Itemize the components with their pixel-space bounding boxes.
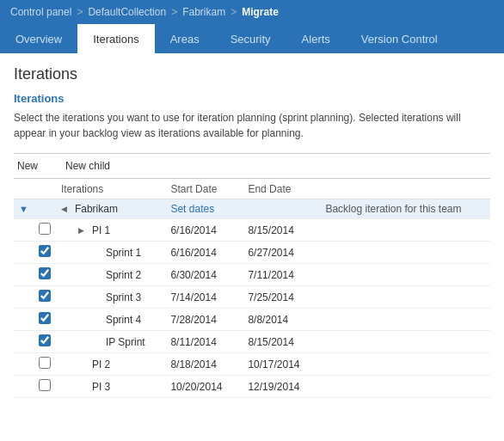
th-backlog bbox=[320, 179, 490, 199]
tab-iterations[interactable]: Iterations bbox=[77, 24, 154, 53]
check-cell-pi2 bbox=[34, 353, 56, 376]
name-cell-pi3: PI 3 bbox=[56, 376, 166, 398]
fabrikam-expand-arrow[interactable]: ▼ bbox=[19, 204, 28, 214]
table-row-ip-sprint: IP Sprint8/11/20148/15/2014 bbox=[14, 331, 490, 353]
tab-areas[interactable]: Areas bbox=[155, 24, 215, 53]
checkbox-sprint2[interactable] bbox=[39, 267, 51, 279]
checkbox-ip-sprint[interactable] bbox=[39, 334, 51, 346]
breadcrumb-sep1: > bbox=[77, 6, 83, 18]
iterations-table: Iterations Start Date End Date ▼ ◀ Fabri… bbox=[14, 179, 490, 398]
backlog-iteration-label: Backlog iteration for this team bbox=[320, 199, 490, 219]
page-title: Iterations bbox=[14, 65, 490, 83]
breadcrumb-project[interactable]: Fabrikam bbox=[182, 6, 225, 18]
fabrikam-arrow-cell: ▼ bbox=[14, 199, 34, 219]
arrow-cell-sprint4 bbox=[14, 309, 34, 331]
checkbox-sprint3[interactable] bbox=[39, 290, 51, 302]
breadcrumb-collection[interactable]: DefaultCollection bbox=[88, 6, 166, 18]
start-date-pi2: 8/18/2014 bbox=[165, 353, 243, 376]
tab-bar: Overview Iterations Areas Security Alert… bbox=[0, 24, 504, 53]
row-name-pi1: PI 1 bbox=[92, 224, 110, 236]
arrow-cell-pi1 bbox=[14, 219, 34, 242]
checkbox-pi1[interactable] bbox=[39, 223, 51, 235]
breadcrumb-control-panel[interactable]: Control panel bbox=[10, 6, 71, 18]
table-row-sprint1: Sprint 16/16/20146/27/2014 bbox=[14, 242, 490, 264]
breadcrumb-sep2: > bbox=[171, 6, 177, 18]
checkbox-sprint1[interactable] bbox=[39, 245, 51, 257]
end-date-sprint4: 8/8/2014 bbox=[243, 309, 320, 331]
table-row-pi3: PI 310/20/201412/19/2014 bbox=[14, 376, 490, 398]
check-cell-pi3 bbox=[34, 376, 56, 398]
table-row-sprint2: Sprint 26/30/20147/11/2014 bbox=[14, 264, 490, 286]
new-button[interactable]: New bbox=[14, 158, 41, 174]
start-date-ip-sprint: 8/11/2014 bbox=[165, 331, 243, 353]
name-cell-sprint1: Sprint 1 bbox=[56, 242, 166, 264]
new-child-button[interactable]: New child bbox=[62, 158, 114, 174]
page-content: Iterations Iterations Select the iterati… bbox=[0, 53, 504, 398]
top-bar: Control panel > DefaultCollection > Fabr… bbox=[0, 0, 504, 24]
name-cell-ip-sprint: IP Sprint bbox=[56, 331, 166, 353]
name-cell-sprint2: Sprint 2 bbox=[56, 264, 166, 286]
backlog-cell-sprint3 bbox=[320, 286, 490, 309]
backlog-cell-sprint1 bbox=[320, 242, 490, 264]
th-arrow bbox=[14, 179, 34, 199]
check-cell-sprint4 bbox=[34, 309, 56, 331]
row-name-sprint4: Sprint 4 bbox=[106, 314, 141, 326]
th-start-date: Start Date bbox=[165, 179, 243, 199]
arrow-cell-ip-sprint bbox=[14, 331, 34, 353]
check-cell-sprint1 bbox=[34, 242, 56, 264]
check-cell-sprint3 bbox=[34, 286, 56, 309]
breadcrumb-sep3: > bbox=[230, 6, 237, 18]
collapse-icon-pi1[interactable]: ▶ bbox=[78, 226, 89, 235]
fabrikam-check-cell bbox=[34, 199, 56, 219]
tab-security[interactable]: Security bbox=[215, 24, 286, 53]
start-date-pi1: 6/16/2014 bbox=[165, 219, 243, 242]
fabrikam-name: Fabrikam bbox=[75, 203, 118, 215]
tab-alerts[interactable]: Alerts bbox=[286, 24, 346, 53]
backlog-cell-pi3 bbox=[320, 376, 490, 398]
table-row-sprint3: Sprint 37/14/20147/25/2014 bbox=[14, 286, 490, 309]
name-cell-pi2: PI 2 bbox=[56, 353, 166, 376]
start-date-sprint1: 6/16/2014 bbox=[165, 242, 243, 264]
tab-version-control[interactable]: Version Control bbox=[346, 24, 453, 53]
end-date-pi1: 8/15/2014 bbox=[243, 219, 320, 242]
section-title: Iterations bbox=[14, 92, 490, 105]
fabrikam-end-cell bbox=[243, 199, 320, 219]
end-date-sprint2: 7/11/2014 bbox=[243, 264, 320, 286]
start-date-sprint4: 7/28/2014 bbox=[165, 309, 243, 331]
arrow-cell-pi3 bbox=[14, 376, 34, 398]
start-date-sprint2: 6/30/2014 bbox=[165, 264, 243, 286]
check-cell-ip-sprint bbox=[34, 331, 56, 353]
checkbox-sprint4[interactable] bbox=[39, 312, 51, 324]
end-date-sprint3: 7/25/2014 bbox=[243, 286, 320, 309]
set-dates-link[interactable]: Set dates bbox=[170, 203, 214, 215]
name-cell-pi1: ▶PI 1 bbox=[56, 219, 166, 242]
name-cell-sprint3: Sprint 3 bbox=[56, 286, 166, 309]
end-date-sprint1: 6/27/2014 bbox=[243, 242, 320, 264]
table-header-row: Iterations Start Date End Date bbox=[14, 179, 490, 199]
th-end-date: End Date bbox=[243, 179, 320, 199]
row-name-sprint3: Sprint 3 bbox=[106, 291, 141, 303]
table-row-pi2: PI 28/18/201410/17/2014 bbox=[14, 353, 490, 376]
table-row-fabrikam: ▼ ◀ Fabrikam Set dates Backlog iteration… bbox=[14, 199, 490, 219]
end-date-ip-sprint: 8/15/2014 bbox=[243, 331, 320, 353]
name-cell-sprint4: Sprint 4 bbox=[56, 309, 166, 331]
checkbox-pi3[interactable] bbox=[39, 379, 51, 391]
checkbox-pi2[interactable] bbox=[39, 357, 51, 369]
description: Select the iterations you want to use fo… bbox=[14, 110, 478, 141]
check-cell-sprint2 bbox=[34, 264, 56, 286]
row-name-ip-sprint: IP Sprint bbox=[106, 336, 145, 348]
fabrikam-collapse-icon: ◀ bbox=[61, 205, 71, 213]
th-check bbox=[34, 179, 56, 199]
arrow-cell-sprint1 bbox=[14, 242, 34, 264]
end-date-pi3: 12/19/2014 bbox=[243, 376, 320, 398]
backlog-cell-sprint4 bbox=[320, 309, 490, 331]
breadcrumb-current: Migrate bbox=[242, 6, 279, 18]
tab-overview[interactable]: Overview bbox=[0, 24, 77, 53]
backlog-cell-pi1 bbox=[320, 219, 490, 242]
backlog-cell-sprint2 bbox=[320, 264, 490, 286]
arrow-cell-sprint3 bbox=[14, 286, 34, 309]
arrow-cell-sprint2 bbox=[14, 264, 34, 286]
fabrikam-name-cell: ◀ Fabrikam bbox=[56, 199, 166, 219]
table-row-pi1: ▶PI 16/16/20148/15/2014 bbox=[14, 219, 490, 242]
fabrikam-set-dates-cell: Set dates bbox=[165, 199, 243, 219]
